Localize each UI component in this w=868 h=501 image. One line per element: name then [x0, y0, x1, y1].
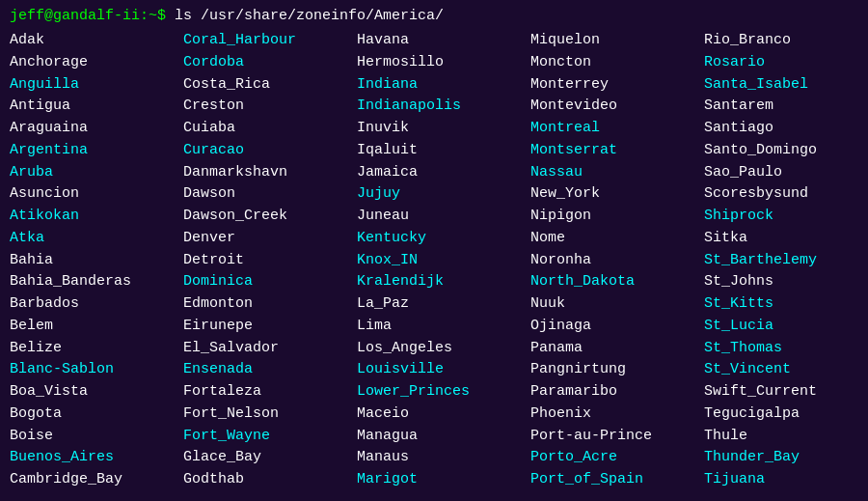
list-item: Santiago	[704, 118, 868, 139]
list-item: Moncton	[530, 52, 704, 73]
prompt-command: ls /usr/share/zoneinfo/America/	[166, 8, 444, 24]
list-item: Panama	[530, 338, 704, 359]
list-item: Boise	[10, 426, 183, 447]
list-item: Thunder_Bay	[704, 447, 868, 468]
list-item: Knox_IN	[357, 250, 530, 271]
list-item: Fort_Wayne	[183, 426, 357, 447]
list-item: Curacao	[183, 140, 357, 161]
list-item: Havana	[357, 30, 530, 51]
list-item: Pangnirtung	[530, 359, 704, 380]
list-item: Atka	[10, 228, 183, 249]
list-item: Managua	[357, 426, 530, 447]
list-item: New_York	[530, 183, 704, 205]
list-item: Lower_Princes	[357, 381, 530, 403]
list-item: Inuvik	[357, 118, 530, 139]
list-item: Manaus	[357, 447, 530, 468]
list-item: Buenos_Aires	[10, 447, 183, 468]
list-item: Scoresbysund	[704, 183, 868, 205]
list-item: Edmonton	[183, 293, 357, 315]
list-item: Coral_Harbour	[183, 30, 357, 51]
list-item: Creston	[183, 96, 357, 117]
list-item: Glace_Bay	[183, 447, 357, 468]
list-item: Barbados	[10, 293, 183, 315]
list-item: Nuuk	[530, 293, 704, 315]
list-item: Argentina	[10, 140, 183, 161]
terminal-window: jeff@gandalf-ii:~$ ls /usr/share/zoneinf…	[10, 8, 858, 490]
list-item: Monterrey	[530, 74, 704, 96]
list-item: Indianapolis	[357, 96, 530, 117]
list-item: Juneau	[357, 206, 530, 227]
list-item: Anchorage	[10, 52, 183, 73]
list-item: Blanc-Sablon	[10, 359, 183, 380]
list-item: Tegucigalpa	[704, 404, 868, 425]
list-item: Rio_Branco	[704, 30, 868, 51]
file-listing: AdakCoral_HarbourHavanaMiquelonRio_Branc…	[10, 30, 858, 490]
list-item: Nassau	[530, 162, 704, 183]
list-item: El_Salvador	[183, 338, 357, 359]
list-item: Montreal	[530, 118, 704, 139]
list-item: Bogota	[10, 404, 183, 425]
list-item: St_Barthelemy	[704, 250, 868, 271]
list-item: Santarem	[704, 96, 868, 117]
list-item: Shiprock	[704, 206, 868, 227]
list-item: Sitka	[704, 228, 868, 249]
list-item: Belize	[10, 338, 183, 359]
list-item: Port-au-Prince	[530, 426, 704, 447]
list-item: Sao_Paulo	[704, 162, 868, 183]
list-item: Nome	[530, 228, 704, 249]
list-item: Port_of_Spain	[530, 469, 704, 490]
list-item: Adak	[10, 30, 183, 51]
list-item: Denver	[183, 228, 357, 249]
list-item: Araguaina	[10, 118, 183, 139]
list-item: Lima	[357, 316, 530, 337]
list-item: Fort_Nelson	[183, 404, 357, 425]
list-item: Jamaica	[357, 162, 530, 183]
list-item: Cuiaba	[183, 118, 357, 139]
list-item: North_Dakota	[530, 271, 704, 292]
list-item: Noronha	[530, 250, 704, 271]
list-item: Antigua	[10, 96, 183, 117]
list-item: Santo_Domingo	[704, 140, 868, 161]
list-item: Atikokan	[10, 206, 183, 227]
list-item: Montserrat	[530, 140, 704, 161]
list-item: St_Vincent	[704, 359, 868, 380]
list-item: Santa_Isabel	[704, 74, 868, 96]
list-item: Ojinaga	[530, 316, 704, 337]
list-item: Fortaleza	[183, 381, 357, 403]
list-item: Dawson	[183, 183, 357, 205]
list-item: Hermosillo	[357, 52, 530, 73]
list-item: Aruba	[10, 162, 183, 183]
list-item: Danmarkshavn	[183, 162, 357, 183]
list-item: St_Thomas	[704, 338, 868, 359]
list-item: Maceio	[357, 404, 530, 425]
list-item: Los_Angeles	[357, 338, 530, 359]
list-item: Tijuana	[704, 469, 868, 490]
list-item: St_Lucia	[704, 316, 868, 337]
list-item: Boa_Vista	[10, 381, 183, 403]
list-item: Eirunepe	[183, 316, 357, 337]
prompt-line: jeff@gandalf-ii:~$ ls /usr/share/zoneinf…	[10, 8, 858, 24]
list-item: Kralendijk	[357, 271, 530, 292]
list-item: Rosario	[704, 52, 868, 73]
list-item: Dawson_Creek	[183, 206, 357, 227]
prompt-user: jeff@gandalf-ii:~$	[10, 8, 166, 24]
list-item: Marigot	[357, 469, 530, 490]
list-item: Thule	[704, 426, 868, 447]
list-item: Dominica	[183, 271, 357, 292]
list-item: Nipigon	[530, 206, 704, 227]
list-item: Swift_Current	[704, 381, 868, 403]
list-item: Indiana	[357, 74, 530, 96]
list-item: Porto_Acre	[530, 447, 704, 468]
list-item: Jujuy	[357, 183, 530, 205]
list-item: Belem	[10, 316, 183, 337]
list-item: Bahia	[10, 250, 183, 271]
list-item: Montevideo	[530, 96, 704, 117]
list-item: Louisville	[357, 359, 530, 380]
list-item: St_Kitts	[704, 293, 868, 315]
list-item: Kentucky	[357, 228, 530, 249]
list-item: Bahia_Banderas	[10, 271, 183, 292]
list-item: Asuncion	[10, 183, 183, 205]
list-item: Costa_Rica	[183, 74, 357, 96]
list-item: La_Paz	[357, 293, 530, 315]
list-item: Detroit	[183, 250, 357, 271]
